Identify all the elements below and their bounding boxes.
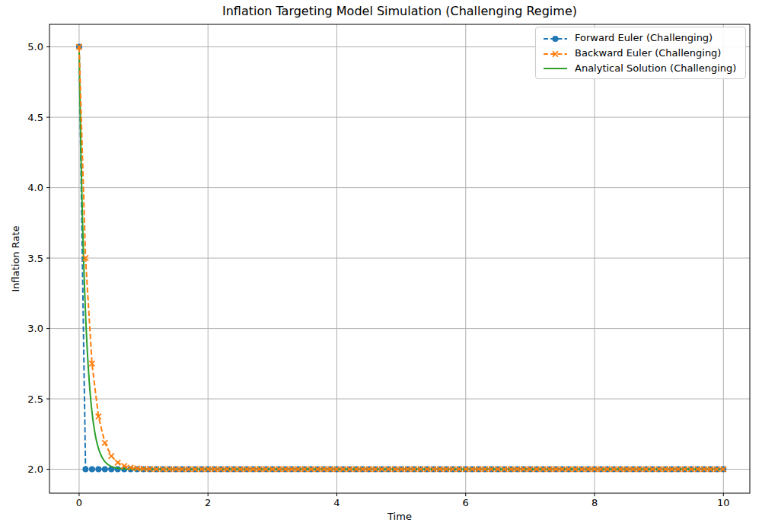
svg-text:4.5: 4.5 [27, 112, 43, 123]
dashed-line-circle-marker-icon [543, 33, 568, 43]
matplotlib-figure: Inflation Targeting Model Simulation (Ch… [0, 0, 762, 532]
plot-area: 02468102.02.53.03.54.04.55.0 [0, 0, 762, 532]
legend-label: Analytical Solution (Challenging) [575, 62, 736, 74]
legend-item-backward-euler: Backward Euler (Challenging) [543, 46, 739, 61]
legend: Forward Euler (Challenging) Backward Eul… [535, 27, 746, 79]
legend-label: Backward Euler (Challenging) [575, 47, 721, 59]
legend-label: Forward Euler (Challenging) [575, 32, 713, 43]
svg-text:4: 4 [333, 497, 340, 508]
svg-text:8: 8 [591, 497, 598, 508]
svg-text:10: 10 [717, 497, 730, 508]
svg-text:4.0: 4.0 [27, 182, 43, 193]
legend-item-forward-euler: Forward Euler (Challenging) [543, 30, 739, 46]
svg-text:3.0: 3.0 [27, 323, 43, 334]
svg-text:6: 6 [463, 497, 469, 508]
svg-text:3.5: 3.5 [27, 253, 43, 264]
svg-text:2: 2 [205, 497, 211, 508]
svg-text:5.0: 5.0 [27, 41, 43, 53]
svg-text:2.0: 2.0 [27, 464, 43, 475]
legend-item-analytical: Analytical Solution (Challenging) [543, 60, 739, 75]
dashed-line-x-marker-icon [543, 48, 568, 59]
svg-text:2.5: 2.5 [27, 393, 43, 405]
svg-text:0: 0 [76, 497, 82, 508]
solid-line-icon [543, 62, 568, 73]
